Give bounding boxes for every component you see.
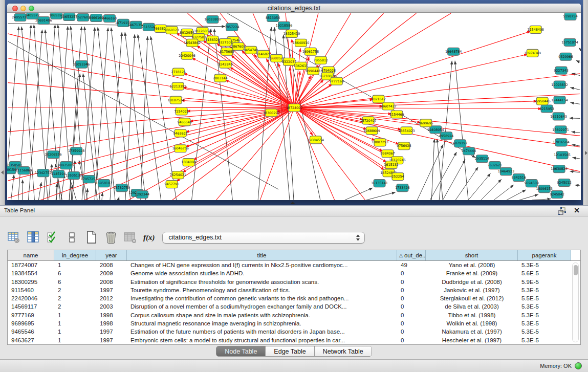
graph-node[interactable]: 9329966 xyxy=(558,53,573,60)
column-header-short[interactable]: short xyxy=(426,250,518,260)
graph-node[interactable]: 10688609 xyxy=(363,127,380,135)
table-cell[interactable]: 5.9E-5 xyxy=(518,278,571,286)
graph-node[interactable]: 8466160 xyxy=(89,14,103,21)
table-cell[interactable]: 0 xyxy=(397,311,426,319)
table-cell[interactable]: 2012 xyxy=(96,294,127,302)
graph-node[interactable]: 9860123 xyxy=(164,26,179,34)
graph-node[interactable]: 10464923 xyxy=(498,168,514,176)
table-cell[interactable]: 2 xyxy=(54,302,96,311)
graph-node[interactable]: 9245012 xyxy=(557,179,571,187)
graph-node[interactable]: 18640910 xyxy=(293,39,309,47)
graph-node[interactable]: 16782759 xyxy=(114,184,130,192)
table-cell[interactable]: 0 xyxy=(397,286,426,294)
graph-node[interactable]: 5198754 xyxy=(563,13,577,20)
table-cell[interactable]: Disruption of a novel member of a sodium… xyxy=(127,302,397,311)
table-cell[interactable]: 9115460 xyxy=(8,286,54,294)
graph-node[interactable]: 22420046 xyxy=(179,52,195,59)
table-cell[interactable]: 5.3E-5 xyxy=(518,261,571,269)
table-row[interactable]: 969969511998Structural magnetic resonanc… xyxy=(8,319,580,327)
graph-node[interactable]: 1527602 xyxy=(76,13,90,21)
table-cell[interactable]: Embryonic stem cells: a model to study s… xyxy=(127,336,397,344)
graph-node[interactable]: 12093832 xyxy=(551,81,568,89)
column-header-pagerank[interactable]: pagerank xyxy=(518,250,571,260)
graph-node[interactable]: 11548498 xyxy=(527,26,543,33)
table-cell[interactable]: 0 xyxy=(397,278,426,286)
graph-node[interactable]: 252254 xyxy=(391,173,404,181)
graph-node[interactable]: 15958445 xyxy=(534,97,550,105)
table-cell[interactable]: Tourette syndrome. Phenomenology and cla… xyxy=(127,286,397,294)
table-scrollbar[interactable] xyxy=(572,262,579,342)
network-canvas[interactable]: 2405572424055722069140610653251065325715… xyxy=(7,13,581,200)
table-row[interactable]: 911546021997Tourette syndrome. Phenomeno… xyxy=(8,286,580,294)
table-cell[interactable]: 6 xyxy=(54,269,96,277)
graph-node[interactable]: 2935114 xyxy=(475,155,489,163)
table-cell[interactable]: 1997 xyxy=(96,336,127,344)
graph-node[interactable]: 10653257 xyxy=(61,13,77,20)
table-cell[interactable]: Jankovic et al. (1997) xyxy=(426,286,518,294)
table-cell[interactable]: 0 xyxy=(397,327,426,336)
table-scrollbar-thumb[interactable] xyxy=(574,265,578,275)
graph-node[interactable]: 18107524 xyxy=(167,96,184,104)
graph-node[interactable]: 2803144 xyxy=(213,74,227,82)
table-cell[interactable]: 22420046 xyxy=(8,294,54,302)
graph-node[interactable]: 16543862 xyxy=(184,39,200,47)
table-cell[interactable]: 1997 xyxy=(96,286,127,294)
table-row[interactable]: 1830029562008Estimation of significance … xyxy=(8,278,580,286)
table-cell[interactable]: 0 xyxy=(397,319,426,327)
network-window[interactable]: citations_edges.txt 24055724240557220691… xyxy=(7,4,581,200)
table-settings-icon[interactable] xyxy=(7,231,20,244)
graph-node[interactable]: 10607437 xyxy=(380,102,396,110)
table-cell[interactable]: 2003 xyxy=(96,302,127,311)
table-cell[interactable]: 5.3E-5 xyxy=(518,286,571,294)
table-cell[interactable]: Wolkin et al. (1998) xyxy=(426,319,518,327)
panel-splitter-handle-icon[interactable] xyxy=(290,202,295,204)
table-row[interactable]: 1456911722003Disruption of a novel membe… xyxy=(8,302,580,311)
table-cell[interactable]: 5.3E-5 xyxy=(518,336,571,344)
tab-node-table[interactable]: Node Table xyxy=(216,346,266,356)
graph-node[interactable]: 16046756 xyxy=(172,145,188,152)
graph-node[interactable]: 9474444 xyxy=(462,147,476,155)
table-row[interactable]: 946362711997Embryonic stem cells: a mode… xyxy=(8,336,580,344)
table-cell[interactable]: 0 xyxy=(397,336,426,344)
graph-node[interactable]: 9457791 xyxy=(164,181,179,188)
table-cell[interactable]: Corpus callosum shape and size in male p… xyxy=(127,311,397,319)
column-header-title[interactable]: title xyxy=(127,250,397,260)
window-titlebar[interactable]: citations_edges.txt xyxy=(7,4,581,13)
table-cell[interactable]: 49 xyxy=(397,261,426,269)
graph-node[interactable]: 9245042 xyxy=(550,191,564,199)
table-cell[interactable]: 6 xyxy=(54,278,96,286)
graph-node[interactable]: 15751074 xyxy=(561,38,578,46)
graph-node[interactable]: 90975887 xyxy=(58,162,74,169)
table-cell[interactable]: 2008 xyxy=(96,261,127,269)
graph-node[interactable]: 9694509 xyxy=(525,180,539,187)
table-cell[interactable]: Structural magnetic resonance image aver… xyxy=(127,319,397,327)
column-header-name[interactable]: name xyxy=(8,250,54,260)
graph-node[interactable]: 12342757 xyxy=(35,169,51,177)
graph-node[interactable]: 8813054 xyxy=(266,14,280,21)
table-cell[interactable]: Hescheler et al. (1997) xyxy=(426,336,518,344)
column-header-out-de-[interactable]: △out_de... xyxy=(397,250,426,260)
table-selector-combo[interactable]: citations_edges.txt xyxy=(162,232,365,244)
tab-network-table[interactable]: Network Table xyxy=(315,346,372,356)
graph-node[interactable]: 1733426 xyxy=(395,184,409,192)
graph-node[interactable]: 20691406 xyxy=(35,16,52,24)
graph-node[interactable]: 8958924 xyxy=(439,132,453,140)
table-cell[interactable]: 0 xyxy=(397,294,426,302)
graph-node[interactable]: 76254021 xyxy=(169,171,186,179)
table-cell[interactable]: 18724007 xyxy=(8,261,54,269)
graph-node[interactable]: 16648784 xyxy=(445,48,462,55)
graph-node[interactable]: 17016504 xyxy=(553,139,569,146)
table-row[interactable]: 946554611997Estimation of the future num… xyxy=(8,327,580,336)
table-cell[interactable]: 9699695 xyxy=(8,319,54,327)
new-document-icon[interactable] xyxy=(85,231,98,244)
table-cell[interactable]: 19384554 xyxy=(8,269,54,277)
table-cell[interactable]: Changes of HCN gene expression and I(f) … xyxy=(127,261,397,269)
table-cell[interactable]: Genome-wide association studies in ADHD. xyxy=(127,269,397,277)
graph-node[interactable]: 18300295 xyxy=(263,109,279,117)
graph-node[interactable]: 7632621 xyxy=(488,162,502,169)
table-cell[interactable]: 9463627 xyxy=(8,336,54,344)
graph-node[interactable]: 1145194 xyxy=(51,170,66,178)
graph-node[interactable]: 1615132 xyxy=(384,161,398,169)
graph-node[interactable]: 9465546 xyxy=(177,118,191,126)
graph-node[interactable]: 15720407 xyxy=(360,117,376,124)
